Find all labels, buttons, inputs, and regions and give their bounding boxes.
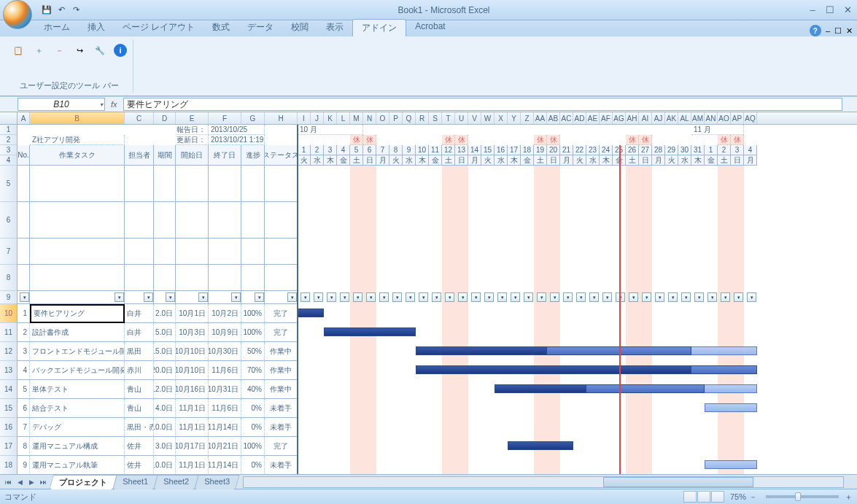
weekday[interactable]: 日 [731,155,744,166]
day-number[interactable]: 20 [547,145,560,155]
doc-minimize-button[interactable]: – [826,26,830,35]
filter-button[interactable]: ▾ [353,292,362,302]
filter-button[interactable]: ▾ [537,292,546,302]
task-owner[interactable]: 赤川 [125,361,154,380]
header-status[interactable]: ステータス [265,145,298,166]
column-header[interactable]: Z [521,112,534,124]
ribbon-tab[interactable]: 校閲 [282,19,317,36]
filter-button[interactable]: ▾ [511,292,520,302]
zoom-out-button[interactable]: － [749,492,757,503]
column-header[interactable]: R [416,112,429,124]
filter-button[interactable]: ▾ [721,292,730,302]
task-name[interactable]: フロントエンドモジュール開発 [30,342,125,361]
day-number[interactable]: 3 [731,145,744,155]
zoom-level[interactable]: 75% [730,492,746,501]
task-progress[interactable]: 0% [241,399,265,418]
weekday[interactable]: 木 [600,155,613,166]
column-header[interactable]: AN [705,112,718,124]
day-number[interactable]: 6 [363,145,376,155]
row-header[interactable]: 17 [0,437,17,456]
cell[interactable] [154,202,176,239]
page-layout-button[interactable] [697,491,710,503]
task-duration[interactable]: 4.0日 [154,399,176,418]
task-no[interactable]: 5 [18,380,30,399]
column-header[interactable]: J [311,112,324,124]
weekday[interactable]: 火 [389,155,403,166]
filter-button[interactable]: ▾ [458,292,468,302]
task-end[interactable]: 10月30日 [209,342,241,361]
day-number[interactable]: 2 [718,145,731,155]
filter-button[interactable]: ▾ [471,292,481,302]
column-header[interactable]: A [18,112,30,124]
day-number[interactable]: 30 [678,145,691,155]
row-header[interactable]: 14 [0,380,17,399]
weekday[interactable]: 金 [705,155,718,166]
weekday[interactable]: 水 [403,155,416,166]
task-duration[interactable]: 15.0日 [154,342,176,361]
zoom-slider[interactable] [766,495,839,498]
weekday[interactable]: 月 [376,155,389,166]
worksheet[interactable]: ABCDEFGHIJKLMNOPQRSTUVWXYZAAABACADAEAFAG… [0,112,857,474]
cell[interactable] [30,166,125,202]
task-end[interactable]: 10月9日 [209,323,241,342]
task-duration[interactable]: 10.0日 [154,418,176,437]
task-start[interactable]: 10月10日 [176,342,209,361]
column-header[interactable]: E [176,112,209,124]
filter-button[interactable]: ▾ [406,292,415,302]
row-header[interactable]: 16 [0,418,17,437]
ribbon-tab[interactable]: ホーム [35,19,79,36]
cell[interactable] [265,265,298,291]
task-no[interactable]: 7 [18,418,30,437]
day-number[interactable]: 10 [416,145,429,155]
task-no[interactable]: 8 [18,437,30,456]
row-header[interactable]: 2 [0,135,17,145]
weekday[interactable]: 木 [508,155,521,166]
task-progress[interactable]: 0% [241,456,265,474]
normal-view-button[interactable] [683,491,697,503]
task-duration[interactable]: 5.0日 [154,323,176,342]
column-header[interactable]: AI [639,112,652,124]
formula-input[interactable]: 要件ヒアリング [123,98,842,111]
filter-button[interactable]: ▾ [392,292,402,302]
column-header[interactable]: T [442,112,455,124]
day-number[interactable]: 15 [481,145,495,155]
column-header[interactable]: AK [665,112,678,124]
cell[interactable] [30,202,125,239]
filter-button[interactable]: ▾ [694,292,704,302]
task-status[interactable]: 完了 [265,304,298,323]
holiday-marker[interactable]: 休 [731,135,744,145]
column-header[interactable]: G [241,112,265,124]
undo-icon[interactable]: ↶ [55,4,67,16]
cell[interactable] [176,166,209,202]
task-status[interactable]: 完了 [265,437,298,456]
weekday[interactable]: 日 [547,155,560,166]
addin-icon-1[interactable]: 📋 [12,44,25,57]
column-header[interactable]: D [154,112,176,124]
ribbon-tab[interactable]: Acrobat [406,19,454,36]
task-status[interactable]: 未着手 [265,399,298,418]
task-status[interactable]: 未着手 [265,418,298,437]
ribbon-tab[interactable]: ページ レイアウト [114,19,203,36]
weekday[interactable]: 水 [495,155,508,166]
task-owner[interactable]: 白井 [125,323,154,342]
day-number[interactable]: 19 [534,145,547,155]
cell[interactable] [241,202,265,239]
month-label[interactable]: 10 月 [298,125,363,135]
cell[interactable]: 更新日： [176,135,209,145]
filter-button[interactable]: ▾ [419,292,428,302]
task-progress[interactable]: 70% [241,361,265,380]
cell[interactable] [125,202,154,239]
day-number[interactable]: 8 [389,145,403,155]
task-end[interactable]: 11月14日 [209,456,241,474]
task-progress[interactable]: 100% [241,437,265,456]
filter-button[interactable]: ▾ [602,292,612,302]
cell[interactable] [176,202,209,239]
column-header[interactable]: AF [600,112,613,124]
task-start[interactable]: 10月10日 [176,361,209,380]
row-header[interactable]: 10 [0,304,17,323]
day-number[interactable]: 1 [298,145,311,155]
task-end[interactable]: 11月6日 [209,399,241,418]
header-task[interactable]: 作業タスク [30,145,125,166]
cell[interactable] [265,239,298,265]
row-header[interactable]: 9 [0,291,17,304]
